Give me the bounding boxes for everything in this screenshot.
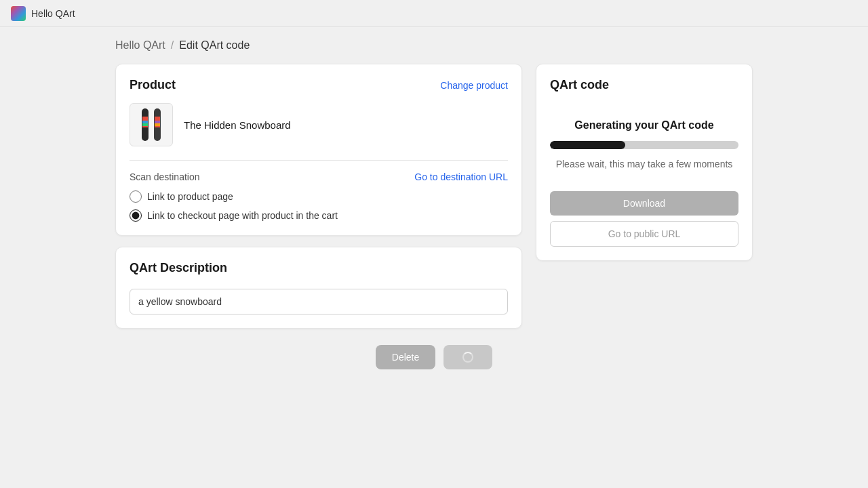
svg-rect-3 (142, 123, 148, 126)
main-content: Product Change product (0, 64, 868, 329)
description-card-header: QArt Description (130, 261, 508, 275)
app-title: Hello QArt (31, 8, 75, 19)
save-button[interactable] (443, 345, 492, 369)
description-input[interactable] (130, 289, 508, 314)
product-card-header: Product Change product (130, 78, 508, 92)
generating-section: Generating your QArt code Please wait, t… (550, 103, 738, 186)
download-button[interactable]: Download (550, 191, 738, 216)
public-url-button[interactable]: Go to public URL (550, 221, 738, 247)
description-card: QArt Description (115, 247, 522, 329)
svg-rect-2 (142, 121, 148, 123)
top-bar: Hello QArt (0, 0, 868, 27)
breadcrumb-home[interactable]: Hello QArt (115, 39, 165, 52)
product-name: The Hidden Snowboard (184, 119, 291, 131)
delete-button[interactable]: Delete (376, 345, 435, 369)
breadcrumb-current: Edit QArt code (179, 39, 250, 52)
action-buttons: Download Go to public URL (550, 191, 738, 247)
qart-card-header: QArt code (550, 78, 738, 92)
app-icon (11, 6, 26, 21)
description-card-title: QArt Description (130, 261, 227, 275)
progress-bar-container (550, 141, 738, 149)
svg-rect-7 (155, 123, 160, 126)
save-spinner (462, 352, 473, 363)
radio-product-label: Link to product page (147, 191, 233, 202)
product-card-title: Product (130, 78, 176, 92)
scan-destination-label: Scan destination (130, 171, 200, 182)
radio-checkout-page[interactable] (130, 209, 142, 222)
qart-card-title: QArt code (550, 78, 609, 92)
radio-option-product[interactable]: Link to product page (130, 190, 508, 203)
svg-rect-6 (155, 121, 160, 123)
scan-destination-header: Scan destination Go to destination URL (130, 171, 508, 182)
generating-title: Generating your QArt code (574, 119, 713, 131)
generating-subtitle: Please wait, this may take a few moments (556, 159, 733, 169)
change-product-link[interactable]: Change product (440, 80, 508, 91)
product-row: The Hidden Snowboard (130, 103, 508, 146)
radio-option-checkout[interactable]: Link to checkout page with product in th… (130, 209, 508, 222)
goto-url-link[interactable]: Go to destination URL (414, 171, 508, 182)
breadcrumb-separator: / (171, 39, 174, 52)
radio-product-page[interactable] (130, 190, 142, 203)
product-card: Product Change product (115, 64, 522, 236)
breadcrumb: Hello QArt / Edit QArt code (0, 27, 868, 64)
divider (130, 160, 508, 161)
right-panel: QArt code Generating your QArt code Plea… (536, 64, 753, 261)
left-panel: Product Change product (115, 64, 522, 329)
radio-checkout-label: Link to checkout page with product in th… (147, 210, 338, 221)
progress-bar-fill (550, 141, 625, 149)
bottom-actions: Delete (0, 345, 868, 369)
product-image (130, 103, 173, 146)
qart-card: QArt code Generating your QArt code Plea… (536, 64, 753, 261)
